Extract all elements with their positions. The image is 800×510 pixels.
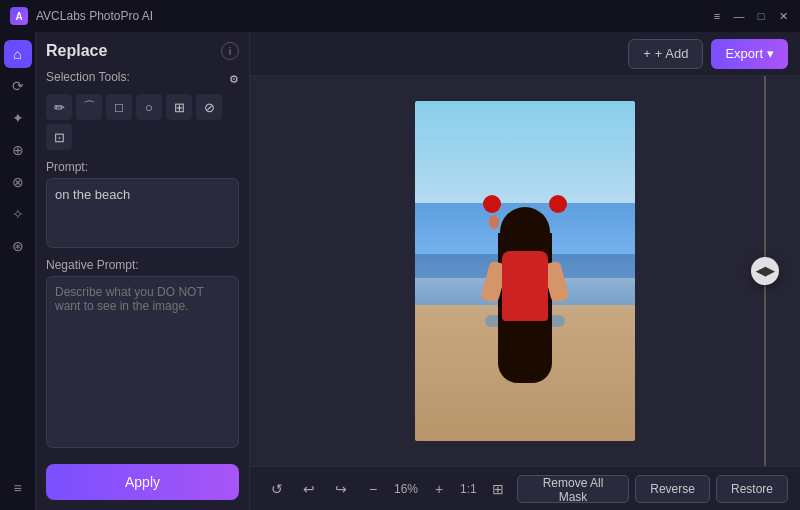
rail-layers-icon[interactable]: ⊛	[4, 232, 32, 260]
refresh-button[interactable]: ↺	[262, 475, 292, 503]
canvas-main: ◀▶	[250, 76, 800, 466]
selection-tools-section: Selection Tools: ⚙ ✏ ⌒ □ ○ ⊞ ⊘ ⊡	[46, 70, 239, 150]
minimize-button[interactable]: —	[732, 9, 746, 23]
girl-figure	[475, 207, 575, 407]
beach-image	[415, 101, 635, 441]
negative-prompt-input[interactable]	[46, 276, 239, 448]
prompt-label: Prompt:	[46, 160, 239, 174]
expand-tool-btn[interactable]: ⊡	[46, 124, 72, 150]
fit-button[interactable]: ⊞	[483, 475, 513, 503]
headband-left	[483, 195, 501, 213]
toolbar-left: ↺ ↩ ↪ − 16% + 1:1 ⊞	[262, 475, 513, 503]
selection-tools-header: Selection Tools: ⚙	[46, 70, 239, 88]
tools-row: ✏ ⌒ □ ○ ⊞ ⊘ ⊡	[46, 94, 239, 150]
tools-label: Selection Tools:	[46, 70, 130, 84]
panel-title: Replace	[46, 42, 107, 60]
rail-home-icon[interactable]: ⌂	[4, 40, 32, 68]
canvas-area: + + Add Export ▾	[250, 32, 800, 510]
rail-sliders-icon[interactable]: ≡	[4, 474, 32, 502]
lasso-tool-btn[interactable]: ⌒	[76, 94, 102, 120]
brush-tool-btn[interactable]: ⊘	[196, 94, 222, 120]
add-label: + Add	[655, 46, 689, 61]
girl-body	[502, 251, 548, 321]
rect-tool-btn[interactable]: □	[106, 94, 132, 120]
rail-sparkle-icon[interactable]: ✧	[4, 200, 32, 228]
zoom-out-button[interactable]: −	[358, 475, 388, 503]
ellipse-tool-btn[interactable]: ○	[136, 94, 162, 120]
menu-icon[interactable]: ≡	[710, 9, 724, 23]
title-bar: A AVCLabs PhotoPro AI ≡ — □ ✕	[0, 0, 800, 32]
slider-arrows-icon: ◀▶	[756, 264, 774, 278]
redo-button[interactable]: ↪	[326, 475, 356, 503]
negative-prompt-label: Negative Prompt:	[46, 258, 239, 272]
zoom-level: 16%	[390, 482, 422, 496]
app-icon: A	[10, 7, 28, 25]
remove-mask-button[interactable]: Remove All Mask	[517, 475, 630, 503]
toolbar-right: Remove All Mask Reverse Restore	[517, 475, 788, 503]
close-button[interactable]: ✕	[776, 9, 790, 23]
main-layout: ⌂ ⟳ ✦ ⊕ ⊗ ✧ ⊛ ≡ Replace i Selection Tool…	[0, 32, 800, 510]
pen-tool-btn[interactable]: ✏	[46, 94, 72, 120]
headband-right	[549, 195, 567, 213]
left-panel: Replace i Selection Tools: ⚙ ✏ ⌒ □ ○ ⊞ ⊘…	[36, 32, 250, 510]
export-label: Export	[725, 46, 763, 61]
girl-hair	[500, 207, 550, 257]
reverse-button[interactable]: Reverse	[635, 475, 710, 503]
girl-ear	[489, 215, 499, 229]
prompt-input[interactable]: on the beach	[46, 178, 239, 248]
negative-prompt-section: Negative Prompt:	[46, 258, 239, 448]
image-container	[415, 101, 635, 441]
rail-tools-icon[interactable]: ✦	[4, 104, 32, 132]
slider-handle[interactable]: ◀▶	[751, 257, 779, 285]
rail-puzzle-icon[interactable]: ⊗	[4, 168, 32, 196]
panel-header: Replace i	[46, 42, 239, 60]
export-button[interactable]: Export ▾	[711, 39, 788, 69]
rail-replace-icon[interactable]: ⟳	[4, 72, 32, 100]
maximize-button[interactable]: □	[754, 9, 768, 23]
info-icon[interactable]: i	[221, 42, 239, 60]
prompt-section: Prompt: on the beach	[46, 160, 239, 248]
ratio-label: 1:1	[456, 482, 481, 496]
canvas-header: + + Add Export ▾	[250, 32, 800, 76]
title-bar-controls: ≡ — □ ✕	[710, 9, 790, 23]
add-button[interactable]: + + Add	[628, 39, 703, 69]
export-chevron-icon: ▾	[767, 46, 774, 61]
image-tool-btn[interactable]: ⊞	[166, 94, 192, 120]
restore-button[interactable]: Restore	[716, 475, 788, 503]
rail-enhance-icon[interactable]: ⊕	[4, 136, 32, 164]
add-icon: +	[643, 46, 651, 61]
undo-button[interactable]: ↩	[294, 475, 324, 503]
compare-slider[interactable]: ◀▶	[750, 76, 780, 466]
canvas-toolbar: ↺ ↩ ↪ − 16% + 1:1 ⊞ Remove All Mask Reve…	[250, 466, 800, 510]
tools-settings-icon[interactable]: ⚙	[229, 73, 239, 86]
apply-button[interactable]: Apply	[46, 464, 239, 500]
zoom-in-button[interactable]: +	[424, 475, 454, 503]
app-title: AVCLabs PhotoPro AI	[36, 9, 153, 23]
icon-rail: ⌂ ⟳ ✦ ⊕ ⊗ ✧ ⊛ ≡	[0, 32, 36, 510]
title-bar-left: A AVCLabs PhotoPro AI	[10, 7, 153, 25]
